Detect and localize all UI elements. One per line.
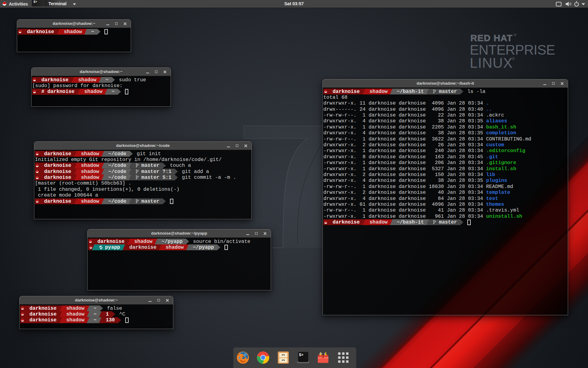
svg-text:$>: $> — [299, 353, 303, 357]
svg-text:®: ® — [514, 33, 516, 37]
svg-text:®: ® — [512, 57, 515, 61]
svg-text:RED HAT: RED HAT — [470, 33, 513, 43]
svg-text:LINUX: LINUX — [470, 55, 513, 71]
